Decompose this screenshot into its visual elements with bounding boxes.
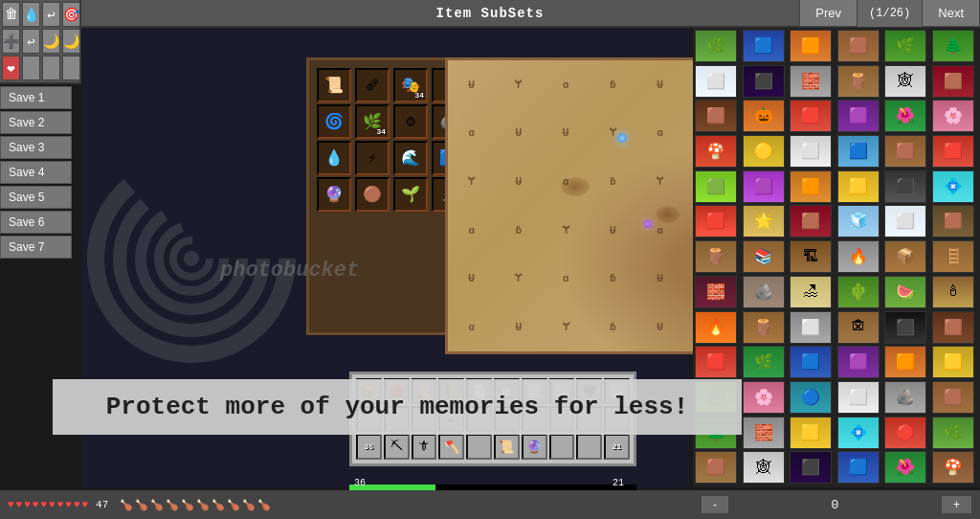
item-slot-crafting[interactable]: 🏗 [790,240,832,273]
item-slot-green[interactable]: 🌿 [743,346,785,378]
heart-icon[interactable]: ❤ [2,56,20,80]
undo-icon[interactable]: ↩ [42,2,60,27]
item-slot-pumpkin2[interactable]: 🟧 [790,170,832,203]
item-slot-mushroom-red[interactable]: 🍄 [695,135,737,168]
item-slot-web[interactable]: 🕸 [884,65,926,98]
item-slot-red2[interactable]: 🟥 [932,135,974,168]
item-slot-yellow2[interactable]: 🟨 [932,346,974,378]
item-slot-wood[interactable]: 🪵 [837,65,880,98]
item-slot-ice[interactable]: 🧊 [837,205,880,237]
inv-slot[interactable]: 🗡 [412,434,437,460]
item-slot-glowstone[interactable]: 🌟 [743,205,785,237]
inv-slot[interactable]: 📜 [494,434,520,460]
chest-slot[interactable]: ⚡ [355,141,390,175]
next-button[interactable]: Next [922,0,980,27]
target-icon[interactable]: 🎯 [62,2,80,27]
chest-slot[interactable]: 🔮 [317,177,351,212]
save-6-button[interactable]: Save 6 [0,211,72,234]
save-7-button[interactable]: Save 7 [0,236,72,259]
item-slot-cactus[interactable]: 🌵 [837,276,880,308]
item-slot-pink2[interactable]: 🌸 [743,381,785,414]
chest-slot[interactable]: 🌿34 [355,104,390,139]
item-slot-blue[interactable]: 🟦 [790,346,832,378]
item-slot-netherrack[interactable]: 🟫 [932,65,974,98]
item-slot-cyan[interactable]: 🔵 [790,381,832,414]
chest-slot[interactable]: 💧 [317,141,351,175]
save-3-button[interactable]: Save 3 [0,136,72,159]
item-slot-fence[interactable]: 🪵 [743,311,785,344]
item-slot-obsidian[interactable]: ⬛ [743,65,785,98]
prev-button[interactable]: Prev [799,0,858,27]
minus-button[interactable]: - [701,495,729,514]
item-slot-black[interactable]: ⬛ [884,311,926,344]
item-slot-white[interactable]: ⬜ [790,135,832,168]
save-4-button[interactable]: Save 4 [0,161,72,184]
item-slot-diamond2[interactable]: 💠 [837,417,880,449]
item-slot-coal[interactable]: ⬛ [884,170,926,203]
item-slot-sand[interactable]: 🏖 [790,276,832,308]
item-slot-dirt3[interactable]: 🟫 [932,381,974,414]
item-slot-orange[interactable]: 🟧 [790,30,832,62]
item-slot-tree[interactable]: 🌲 [932,30,974,62]
item-slot-nether-brick[interactable]: 🧱 [695,276,737,308]
inv-slot[interactable]: ⛏ [384,434,410,460]
item-slot-wood2[interactable]: 🪵 [695,240,737,273]
undo2-icon[interactable]: ↩ [22,29,40,54]
save-2-button[interactable]: Save 2 [0,111,72,134]
chest-slot[interactable]: 🌱 [393,177,428,212]
item-slot-brown[interactable]: 🟫 [695,100,737,132]
item-slot-red[interactable]: 🟥 [790,100,832,132]
item-slot-obsidian2[interactable]: ⬛ [790,451,832,484]
item-slot-gravel[interactable]: 🪨 [743,276,785,308]
save-5-button[interactable]: Save 5 [0,186,72,209]
item-slot-red3[interactable]: 🟥 [695,346,737,378]
item-slot-stone2[interactable]: 🪨 [884,381,926,414]
item-slot-nether[interactable]: 🟫 [790,205,832,237]
item-slot-diamond[interactable]: 💠 [932,170,974,203]
item-slot-soul-sand[interactable]: 🟫 [932,205,974,237]
moon-icon[interactable]: 🌙 [42,29,60,54]
item-slot-stone[interactable]: 🧱 [790,65,832,98]
item-slot-cobble[interactable]: 🧱 [743,417,785,449]
item-slot-lapis2[interactable]: 🟦 [837,451,880,484]
item-slot-dirt[interactable]: 🟫 [837,30,880,62]
water-icon[interactable]: 💧 [22,2,40,27]
item-slot-flower2[interactable]: 🌺 [884,451,926,484]
item-slot-mushroom-brown[interactable]: 🍄 [932,451,974,484]
item-slot-brown2[interactable]: 🟫 [932,311,974,344]
save-1-button[interactable]: Save 1 [0,86,72,109]
item-slot-furnace[interactable]: 🔥 [837,240,880,273]
chest-slot[interactable]: 🗞 [355,68,390,102]
chest-slot[interactable]: 📜 [317,68,351,102]
item-slot-light-blue[interactable]: 🟦 [837,135,880,168]
chest-slot[interactable]: ⚙ [393,104,428,139]
inv-slot[interactable] [466,434,492,460]
item-slot-white2[interactable]: ⬜ [837,381,880,414]
item-slot-fire[interactable]: 🔥 [695,311,737,344]
item-slot-grass[interactable]: 🌿 [695,30,737,62]
item-slot-pink[interactable]: 🌸 [932,100,974,132]
item-slot-pumpkin[interactable]: 🎃 [743,100,785,132]
item-slot-ladder[interactable]: 🪜 [932,240,974,273]
item-slot-orange2[interactable]: 🟧 [884,346,926,378]
item-slot-planks[interactable]: 🏚 [837,311,880,344]
item-slot-wood3[interactable]: 🟫 [695,451,737,484]
chest-slot[interactable]: 🟤 [355,177,390,212]
moon2-icon[interactable]: 🌙 [62,29,80,54]
inv-slot[interactable] [549,434,575,460]
item-slot-bookshelf[interactable]: 📚 [743,240,785,273]
item-slot-chest[interactable]: 📦 [884,240,926,273]
item-slot-gold[interactable]: 🟨 [837,170,880,203]
item-slot-flower[interactable]: 🌺 [884,100,926,132]
item-slot-purple2[interactable]: 🟪 [837,346,880,378]
item-slot-red4[interactable]: 🔴 [884,417,926,449]
trash-icon[interactable]: 🗑 [2,2,20,27]
inv-slot[interactable]: 🔮 [522,434,547,460]
item-slot-slab[interactable]: ⬜ [790,311,832,344]
chest-slot[interactable]: 🌀 [317,104,351,139]
item-slot-yellow[interactable]: 🟡 [743,135,785,168]
item-slot-purple[interactable]: 🟪 [837,100,880,132]
item-slot-gold2[interactable]: 🟨 [790,417,832,449]
inv-slot[interactable] [576,434,602,460]
add-icon[interactable]: ➕ [2,29,20,54]
